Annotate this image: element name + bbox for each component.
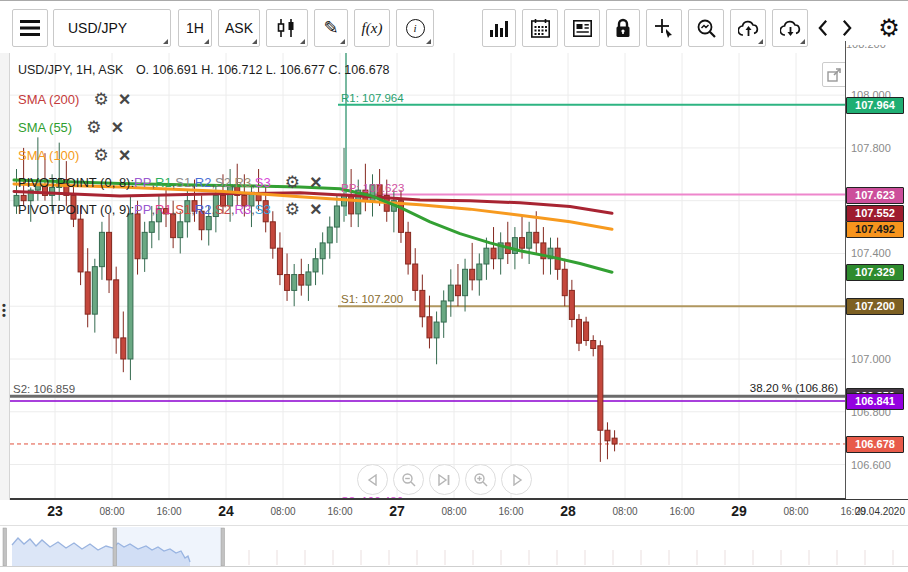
candle[interactable] — [463, 269, 468, 295]
volume-button[interactable] — [482, 9, 516, 47]
navigator-handle[interactable] — [221, 528, 225, 566]
candle[interactable] — [263, 201, 268, 222]
candle[interactable] — [171, 214, 176, 238]
price-axis[interactable]: 108.000107.800107.400107.000106.800106.6… — [846, 53, 908, 499]
candle[interactable] — [334, 206, 339, 227]
load-cloud-button[interactable] — [772, 9, 808, 47]
candle[interactable] — [228, 185, 233, 206]
indicator-settings-icon[interactable]: ⚙ — [285, 201, 300, 218]
candle[interactable] — [213, 195, 218, 216]
navigator-handle[interactable] — [113, 528, 117, 566]
candle[interactable] — [349, 195, 354, 213]
candle[interactable] — [420, 290, 425, 316]
time-axis[interactable]: 2308:0016:002408:0016:002708:0016:002808… — [0, 500, 908, 525]
indicator-remove-icon[interactable]: × — [119, 145, 131, 165]
indicator-remove-icon[interactable]: × — [111, 117, 123, 137]
scroll-right-button[interactable] — [836, 9, 858, 47]
candle[interactable] — [562, 269, 567, 295]
candle[interactable] — [470, 269, 475, 280]
go-to-latest-button[interactable] — [429, 464, 460, 495]
candle[interactable] — [591, 341, 596, 349]
candle[interactable] — [605, 430, 610, 441]
candle[interactable] — [149, 222, 154, 233]
save-cloud-button[interactable] — [730, 9, 766, 47]
candle[interactable] — [327, 227, 332, 243]
candle[interactable] — [107, 232, 112, 279]
candle[interactable] — [520, 238, 525, 249]
lock-button[interactable] — [606, 9, 640, 47]
candle[interactable] — [406, 232, 411, 264]
zoom-out-button[interactable] — [393, 464, 424, 495]
indicator-settings-icon[interactable]: ⚙ — [86, 119, 101, 136]
candle[interactable] — [135, 214, 140, 259]
candle[interactable] — [584, 322, 589, 340]
candle[interactable] — [320, 243, 325, 259]
candle[interactable] — [220, 195, 225, 206]
candle[interactable] — [569, 290, 574, 319]
candle[interactable] — [85, 272, 90, 314]
candle[interactable] — [114, 280, 119, 338]
candle[interactable] — [441, 301, 446, 322]
candle[interactable] — [78, 219, 83, 272]
candle[interactable] — [156, 209, 161, 222]
candle[interactable] — [455, 285, 460, 296]
candle[interactable] — [178, 222, 183, 238]
candle[interactable] — [121, 338, 126, 359]
candle[interactable] — [128, 214, 133, 359]
menu-button[interactable] — [12, 9, 48, 47]
scroll-forward-button[interactable] — [501, 464, 532, 495]
scroll-left-button[interactable] — [812, 9, 834, 47]
candle[interactable] — [306, 272, 311, 285]
candle[interactable] — [192, 201, 197, 212]
candle[interactable] — [285, 275, 290, 291]
scroll-back-button[interactable] — [357, 464, 388, 495]
navigator-chart[interactable] — [0, 526, 908, 566]
zoom-range-button[interactable] — [688, 9, 724, 47]
indicator-remove-icon[interactable]: × — [119, 89, 131, 109]
candle[interactable] — [92, 267, 97, 314]
candle[interactable] — [299, 275, 304, 286]
candle[interactable] — [413, 264, 418, 290]
candle[interactable] — [292, 275, 297, 291]
indicator-settings-icon[interactable]: ⚙ — [285, 174, 300, 191]
candle[interactable] — [99, 232, 104, 266]
indicator-settings-icon[interactable]: ⚙ — [93, 91, 108, 108]
news-button[interactable] — [564, 9, 600, 47]
indicators-button[interactable]: f(x) — [354, 9, 390, 47]
expand-chart-button[interactable] — [822, 62, 847, 87]
candle[interactable] — [164, 209, 169, 214]
candle[interactable] — [598, 346, 603, 430]
candle[interactable] — [313, 259, 318, 272]
symbol-selector[interactable]: USD/JPY — [53, 9, 171, 47]
chart-area[interactable]: R1: 107.964PP: 107.623S1: 107.200S2: 106… — [10, 53, 845, 499]
crosshair-button[interactable] — [646, 9, 682, 47]
candle[interactable] — [199, 211, 204, 229]
candle[interactable] — [477, 264, 482, 280]
period-selector[interactable]: 1H — [178, 9, 212, 47]
indicator-remove-icon[interactable]: × — [310, 172, 322, 192]
candle[interactable] — [21, 195, 26, 200]
candle[interactable] — [206, 217, 211, 230]
candle[interactable] — [71, 195, 76, 219]
candle[interactable] — [534, 232, 539, 243]
navigator-selection[interactable] — [113, 527, 221, 566]
splitter-handle-icon[interactable]: ••• — [2, 303, 8, 318]
indicator-settings-icon[interactable]: ⚙ — [93, 147, 108, 164]
candlestick-chart[interactable]: R1: 107.964PP: 107.623S1: 107.200S2: 106… — [10, 53, 845, 499]
candle[interactable] — [270, 222, 275, 248]
candle[interactable] — [576, 319, 581, 343]
candle[interactable] — [185, 201, 190, 222]
candle[interactable] — [491, 248, 496, 259]
chart-type-button[interactable] — [266, 9, 308, 47]
candle[interactable] — [277, 248, 282, 274]
candle[interactable] — [484, 248, 489, 264]
candle[interactable] — [434, 322, 439, 338]
economic-calendar-button[interactable] — [522, 9, 558, 47]
candle[interactable] — [142, 232, 147, 258]
candle[interactable] — [427, 317, 432, 338]
chart-navigator[interactable] — [0, 525, 908, 567]
indicator-remove-icon[interactable]: × — [310, 199, 322, 219]
candle[interactable] — [14, 195, 19, 206]
candle[interactable] — [448, 285, 453, 301]
draw-tools-button[interactable]: ✎ — [314, 9, 348, 47]
